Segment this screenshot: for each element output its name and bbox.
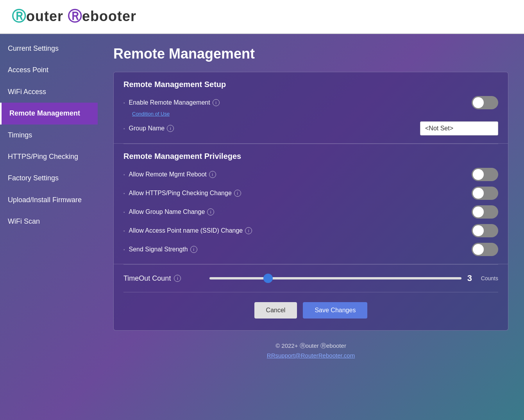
priv-toggle-track-3 xyxy=(472,224,498,237)
sidebar-item-current-settings[interactable]: Current Settings xyxy=(0,38,98,59)
save-button[interactable]: Save Changes xyxy=(303,302,367,319)
enable-rm-info-icon[interactable]: i xyxy=(213,99,220,106)
priv-2-info-icon[interactable]: i xyxy=(207,208,214,215)
priv-toggle-track-1 xyxy=(472,187,498,200)
sidebar-item-remote-management[interactable]: Remote Management xyxy=(0,103,98,124)
timeout-value: 3 xyxy=(467,273,475,283)
enable-rm-row: ◦ Enable Remote Management i xyxy=(123,96,498,109)
privileges-section: Remote Management Privileges ◦ Allow Rem… xyxy=(114,144,508,264)
priv-toggle-thumb-4 xyxy=(473,244,484,255)
group-name-label: ◦ Group Name i xyxy=(123,125,416,132)
footer: © 2022+ Ⓡouter Ⓡebooter RRsupport@Router… xyxy=(113,335,508,367)
setup-section: Remote Management Setup ◦ Enable Remote … xyxy=(114,72,508,144)
logo-r2: Ⓡ xyxy=(68,8,82,24)
sidebar-item-upload-firmware[interactable]: Upload/Install Firmware xyxy=(0,189,98,211)
enable-rm-toggle-track xyxy=(472,96,498,109)
priv-3-info-icon[interactable]: i xyxy=(245,227,252,234)
slider-container: 3 Counts xyxy=(209,273,498,283)
priv-toggle-4[interactable] xyxy=(472,243,498,256)
priv-row-0: ◦ Allow Remote Mgmt Reboot i xyxy=(123,168,498,181)
logo-text1: outer xyxy=(26,8,68,24)
priv-4-info-icon[interactable]: i xyxy=(190,246,197,253)
timeout-info-icon[interactable]: i xyxy=(174,275,181,282)
sidebar-item-wifi-scan[interactable]: WiFi Scan xyxy=(0,211,98,232)
content-area: Remote Management Remote Management Setu… xyxy=(98,34,524,419)
sidebar: Current Settings Access Point WiFi Acces… xyxy=(0,34,98,419)
logo-text2: ebooter xyxy=(82,8,136,24)
enable-rm-label: ◦ Enable Remote Management i xyxy=(123,99,468,106)
bullet-icon: ◦ xyxy=(123,126,125,131)
setup-section-title: Remote Management Setup xyxy=(123,80,498,89)
page-title: Remote Management xyxy=(113,46,508,62)
priv-0-info-icon[interactable]: i xyxy=(209,171,216,178)
enable-rm-toggle-thumb xyxy=(473,97,484,108)
logo: Ⓡouter Ⓡebooter xyxy=(12,7,136,26)
sidebar-item-https-ping[interactable]: HTTPS/Ping Checking xyxy=(0,146,98,167)
privileges-section-title: Remote Management Privileges xyxy=(123,152,498,161)
group-name-row: ◦ Group Name i xyxy=(123,121,498,135)
logo-r1: Ⓡ xyxy=(12,8,26,24)
sidebar-item-factory-settings[interactable]: Factory Settings xyxy=(0,167,98,189)
timeout-row: TimeOut Count i 3 Counts xyxy=(114,265,508,292)
priv-row-1: ◦ Allow HTTPS/Ping Checking Change i xyxy=(123,187,498,200)
priv-toggle-2[interactable] xyxy=(472,205,498,219)
priv-row-3: ◦ Allow Access Point name (SSID) Change … xyxy=(123,224,498,237)
cancel-button[interactable]: Cancel xyxy=(254,302,297,319)
timeout-unit: Counts xyxy=(481,275,498,281)
group-name-info-icon[interactable]: i xyxy=(167,125,174,132)
copyright-text: © 2022+ Ⓡouter Ⓡebooter xyxy=(275,342,346,349)
button-row: Cancel Save Changes xyxy=(114,292,508,330)
priv-toggle-track-2 xyxy=(472,205,498,219)
priv-toggle-track-4 xyxy=(472,243,498,256)
sidebar-item-access-point[interactable]: Access Point xyxy=(0,59,98,81)
priv-row-2: ◦ Allow Group Name Change i xyxy=(123,205,498,219)
priv-toggle-0[interactable] xyxy=(472,168,498,181)
condition-of-use-link[interactable]: Condition of Use xyxy=(132,111,498,117)
priv-toggle-thumb-2 xyxy=(473,206,484,217)
priv-toggle-1[interactable] xyxy=(472,187,498,200)
main-layout: Current Settings Access Point WiFi Acces… xyxy=(0,34,524,419)
priv-row-4: ◦ Send Signal Strength i xyxy=(123,243,498,256)
sidebar-item-wifi-access[interactable]: WiFi Access xyxy=(0,81,98,103)
sidebar-item-timings[interactable]: Timings xyxy=(0,125,98,146)
timeout-label: TimeOut Count i xyxy=(123,274,202,283)
timeout-slider[interactable] xyxy=(209,277,461,279)
priv-1-info-icon[interactable]: i xyxy=(234,190,241,197)
priv-toggle-thumb-3 xyxy=(473,225,484,236)
priv-toggle-thumb-1 xyxy=(473,188,484,199)
bullet-icon: ◦ xyxy=(123,101,125,105)
support-email-link[interactable]: RRsupport@RouterRebooter.com xyxy=(121,352,501,359)
main-card: Remote Management Setup ◦ Enable Remote … xyxy=(113,72,508,331)
priv-toggle-track-0 xyxy=(472,168,498,181)
group-name-input[interactable] xyxy=(420,121,498,135)
priv-toggle-thumb-0 xyxy=(473,169,484,180)
enable-rm-toggle[interactable] xyxy=(472,96,498,109)
priv-toggle-3[interactable] xyxy=(472,224,498,237)
header: Ⓡouter Ⓡebooter xyxy=(0,0,524,34)
